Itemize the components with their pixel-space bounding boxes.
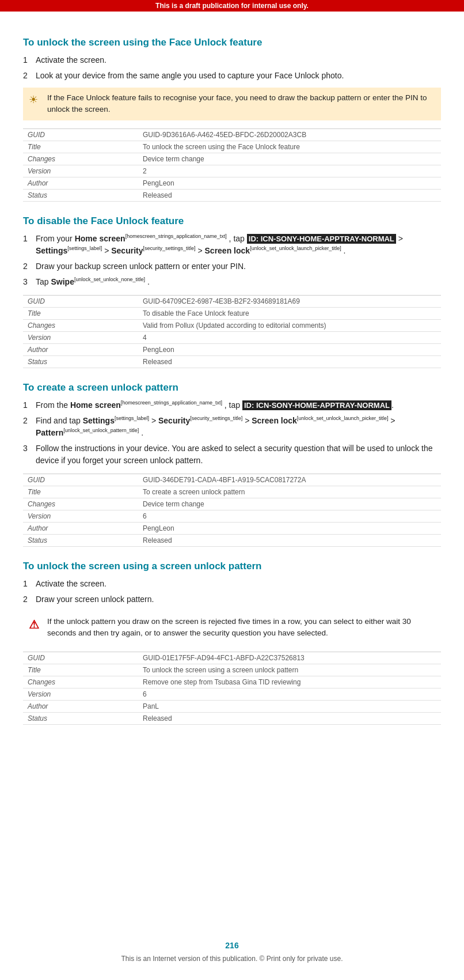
meta-value: Released: [138, 189, 441, 201]
meta-row: Version 4: [23, 331, 441, 343]
meta-row: GUID GUID-01E17F5F-AD94-4FC1-ABFD-A22C37…: [23, 652, 441, 664]
meta-row: Status Released: [23, 189, 441, 201]
meta-row: Changes Device term change: [23, 498, 441, 510]
sony-icon-label: ID: ICN-SONY-HOME-APPTRAY-NORMAL: [247, 234, 396, 244]
meta-value: Device term change: [138, 498, 441, 510]
meta-label: Status: [23, 355, 138, 368]
meta-row: Author PengLeon: [23, 177, 441, 189]
step-text: Find and tap Settings[settings_label] > …: [36, 415, 441, 439]
meta-label: Status: [23, 534, 138, 546]
homescreen-label: Home screen: [75, 234, 125, 243]
meta-table-disable: GUID GUID-64709CE2-6987-4E3B-B2F2-934689…: [23, 295, 441, 368]
step-number: 2: [23, 70, 36, 82]
step-text: Follow the instructions in your device. …: [36, 442, 441, 467]
step-item: 2 Draw your screen unlock pattern.: [23, 593, 441, 606]
section-title-face-unlock: To unlock the screen using the Face Unlo…: [23, 37, 441, 48]
draft-banner: This is a draft publication for internal…: [0, 0, 464, 12]
meta-value: PengLeon: [138, 522, 441, 534]
meta-table-unlock-pattern: GUID GUID-01E17F5F-AD94-4FC1-ABFD-A22C37…: [23, 652, 441, 725]
meta-row: Author PanL: [23, 701, 441, 713]
step-list-face-unlock: 1 Activate the screen. 2 Look at your de…: [23, 54, 441, 82]
step-item: 2 Find and tap Settings[settings_label] …: [23, 415, 441, 439]
step-text: Draw your backup screen unlock pattern o…: [36, 260, 441, 273]
step-list-create: 1 From the Home screen[homescreen_string…: [23, 399, 441, 467]
meta-label: Author: [23, 343, 138, 355]
meta-label: Changes: [23, 498, 138, 510]
meta-row: GUID GUID-64709CE2-6987-4E3B-B2F2-934689…: [23, 295, 441, 307]
meta-label: Author: [23, 701, 138, 713]
tip-text: If the Face Unlock feature fails to reco…: [47, 92, 435, 116]
page-footer: 216 This is an Internet version of this …: [0, 941, 464, 963]
section-disable-face-unlock: To disable the Face Unlock feature 1 Fro…: [23, 215, 441, 368]
meta-row: Title To unlock the screen using a scree…: [23, 664, 441, 676]
meta-value: 6: [138, 688, 441, 701]
screen-lock-small-label: [unlock_set_unlock_launch_picker_title]: [250, 245, 341, 251]
step-number: 1: [23, 399, 36, 411]
step-number: 1: [23, 233, 36, 257]
section-unlock-pattern: To unlock the screen using a screen unlo…: [23, 561, 441, 725]
meta-row: Version 6: [23, 510, 441, 522]
meta-label: Author: [23, 177, 138, 189]
meta-value: GUID-01E17F5F-AD94-4FC1-ABFD-A22C3752681…: [138, 652, 441, 664]
step-list-unlock-pattern: 1 Activate the screen. 2 Draw your scree…: [23, 578, 441, 606]
meta-label: Status: [23, 189, 138, 201]
meta-label: Version: [23, 331, 138, 343]
tip-icon: ☀: [29, 92, 41, 108]
step-item: 2 Look at your device from the same angl…: [23, 70, 441, 82]
step-text: Tap Swipe[unlock_set_unlock_none_title] …: [36, 276, 441, 288]
warning-box: ⚠ If the unlock pattern you draw on the …: [23, 611, 441, 644]
section-title-unlock-pattern: To unlock the screen using a screen unlo…: [23, 561, 441, 572]
meta-value: To unlock the screen using the Face Unlo…: [138, 141, 441, 153]
meta-value: Valid from Pollux (Updated according to …: [138, 319, 441, 331]
meta-row: Author PengLeon: [23, 343, 441, 355]
meta-row: GUID GUID-346DE791-CADA-4BF1-A919-5CAC08…: [23, 474, 441, 486]
meta-label: Title: [23, 141, 138, 153]
meta-value: Released: [138, 355, 441, 368]
swipe-small-label: [unlock_set_unlock_none_title]: [74, 277, 145, 282]
step-item: 1 Activate the screen.: [23, 578, 441, 590]
section-title-disable: To disable the Face Unlock feature: [23, 215, 441, 227]
meta-label: GUID: [23, 128, 138, 141]
meta-row: Author PengLeon: [23, 522, 441, 534]
meta-label: Author: [23, 522, 138, 534]
screen-lock-label: Screen lock: [205, 246, 250, 255]
meta-row: GUID GUID-9D3616A6-A462-45ED-BFDC-26D200…: [23, 128, 441, 141]
security-small2: [security_settings_title]: [190, 415, 242, 421]
pattern-small-label: [unlock_set_unlock_pattern_title]: [63, 427, 139, 433]
step-text: From your Home screen[homescreen_strings…: [36, 233, 441, 257]
meta-value: PanL: [138, 701, 441, 713]
meta-row: Version 2: [23, 165, 441, 177]
meta-value: Released: [138, 713, 441, 725]
step-item: 1 From the Home screen[homescreen_string…: [23, 399, 441, 411]
meta-value: GUID-346DE791-CADA-4BF1-A919-5CAC0817272…: [138, 474, 441, 486]
meta-row: Title To disable the Face Unlock feature: [23, 307, 441, 319]
settings-label2: Settings: [83, 416, 115, 425]
step-text: Look at your device from the same angle …: [36, 70, 441, 82]
meta-value: Remove one step from Tsubasa Gina TID re…: [138, 676, 441, 688]
step-item: 3 Follow the instructions in your device…: [23, 442, 441, 467]
meta-value: PengLeon: [138, 343, 441, 355]
meta-value: Released: [138, 534, 441, 546]
meta-row: Status Released: [23, 355, 441, 368]
meta-table-face-unlock: GUID GUID-9D3616A6-A462-45ED-BFDC-26D200…: [23, 128, 441, 202]
meta-label: Title: [23, 664, 138, 676]
meta-row: Changes Remove one step from Tsubasa Gin…: [23, 676, 441, 688]
security-small-label: [security_settings_title]: [143, 245, 196, 251]
meta-value: 2: [138, 165, 441, 177]
step-number: 3: [23, 442, 36, 467]
meta-value: GUID-9D3616A6-A462-45ED-BFDC-26D20002A3C…: [138, 128, 441, 141]
settings-small2: [settings_label]: [115, 415, 149, 421]
sony-icon-label2: ID: ICN-SONY-HOME-APPTRAY-NORMAL: [242, 400, 391, 410]
step-item: 3 Tap Swipe[unlock_set_unlock_none_title…: [23, 276, 441, 288]
meta-row: Status Released: [23, 713, 441, 725]
homescreen-small-label: [homescreen_strings_application_name_txt…: [125, 233, 227, 239]
meta-label: Title: [23, 307, 138, 319]
screen-lock-label2: Screen lock: [252, 416, 297, 425]
meta-value: 6: [138, 510, 441, 522]
meta-label: Changes: [23, 153, 138, 165]
meta-value: To disable the Face Unlock feature: [138, 307, 441, 319]
step-number: 2: [23, 415, 36, 439]
meta-value: GUID-64709CE2-6987-4E3B-B2F2-934689181A6…: [138, 295, 441, 307]
meta-label: Version: [23, 688, 138, 701]
meta-table-create: GUID GUID-346DE791-CADA-4BF1-A919-5CAC08…: [23, 474, 441, 547]
